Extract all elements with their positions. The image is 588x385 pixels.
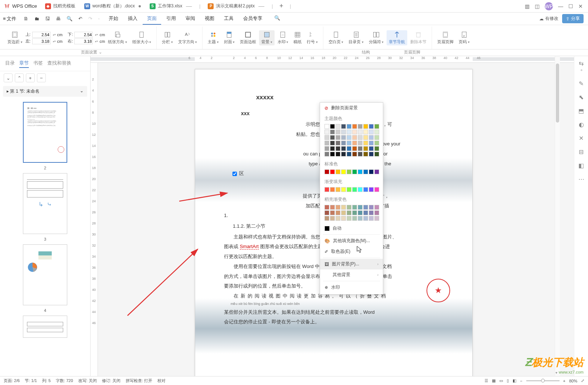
color-swatch[interactable]: [330, 169, 335, 174]
color-swatch[interactable]: [336, 216, 340, 221]
section-header[interactable]: ▸ 第 1 节: 未命名 ⌄: [3, 86, 87, 97]
color-swatch[interactable]: [336, 141, 340, 145]
manuscript-button[interactable]: 稿纸: [291, 30, 304, 45]
color-swatch[interactable]: [336, 124, 340, 129]
page-border-button[interactable]: 页面边框: [238, 30, 258, 45]
color-swatch[interactable]: [358, 146, 363, 151]
blank-page-button[interactable]: 空白页: [326, 30, 346, 45]
add-button[interactable]: +: [26, 73, 35, 82]
margin-top-input[interactable]: [32, 32, 51, 38]
color-swatch[interactable]: [358, 205, 363, 210]
thumbnail-page-4[interactable]: [23, 244, 67, 305]
color-swatch[interactable]: [330, 187, 335, 192]
tab-template[interactable]: ◆ 找稻壳模板: [41, 1, 80, 12]
delete-section-button[interactable]: 删除本节: [408, 30, 429, 45]
paragraph[interactable]: 会记住您的停止位置 - 即使在另一个设备上。: [224, 317, 443, 327]
checkbox-input[interactable]: [232, 172, 237, 176]
tab-insert[interactable]: 插入: [123, 13, 142, 25]
color-swatch[interactable]: [330, 146, 335, 151]
view-mode-icon[interactable]: ▯: [507, 378, 509, 383]
color-swatch[interactable]: [358, 141, 363, 145]
color-swatch[interactable]: [324, 216, 329, 221]
color-swatch[interactable]: [352, 141, 357, 145]
color-swatch[interactable]: [369, 216, 374, 221]
color-swatch[interactable]: [347, 141, 351, 145]
close-button[interactable]: ✕: [578, 3, 583, 9]
thumbnail-page-3[interactable]: ↳⤷: [23, 173, 67, 234]
image-bg-item[interactable]: 🖼 图片背景(P)... ›: [320, 259, 383, 269]
color-swatch[interactable]: [363, 216, 368, 221]
color-swatch[interactable]: [369, 210, 374, 215]
color-swatch[interactable]: [330, 210, 335, 215]
minimize-icon[interactable]: —: [186, 3, 192, 10]
color-swatch[interactable]: [341, 130, 346, 134]
delete-bg-item[interactable]: ⊘ 删除页面背景: [320, 103, 383, 113]
color-swatch[interactable]: [363, 146, 368, 151]
zoom-out-button[interactable]: −: [520, 379, 522, 383]
color-swatch[interactable]: [324, 146, 329, 151]
horizontal-ruler[interactable]: 6422468101214161820222426283032343638404…: [91, 56, 574, 63]
color-swatch[interactable]: [363, 141, 368, 145]
color-swatch[interactable]: [374, 216, 379, 221]
color-swatch[interactable]: [374, 205, 379, 210]
zoom-slider[interactable]: [526, 380, 560, 381]
color-swatch[interactable]: [330, 152, 335, 157]
file-menu[interactable]: ≡文件: [0, 16, 19, 22]
color-swatch[interactable]: [374, 210, 379, 215]
toc-page-button[interactable]: 目录页: [346, 30, 366, 45]
view-mode-icon[interactable]: ◧: [513, 378, 516, 383]
print-icon[interactable]: 🖶: [54, 14, 63, 23]
color-swatch[interactable]: [369, 146, 374, 151]
color-swatch[interactable]: [358, 169, 363, 174]
color-swatch[interactable]: [352, 187, 357, 192]
thumbnail-page-2[interactable]: 第一章 xxx 主题和样式也有助于文档保持协调当您单击设计并选择新的主题时图片图…: [23, 102, 67, 163]
color-swatch[interactable]: [336, 187, 340, 192]
tab-page[interactable]: 页面: [143, 13, 161, 25]
other-bg-item[interactable]: 其他背景 ›: [320, 269, 383, 280]
color-swatch[interactable]: [369, 141, 374, 145]
color-swatch[interactable]: [324, 169, 329, 174]
color-swatch[interactable]: [369, 152, 374, 157]
doc-title[interactable]: 1. 第一部分xxxxx: [224, 92, 443, 103]
color-picker-item[interactable]: ✐ 取色器(E): [320, 246, 383, 257]
color-swatch[interactable]: [330, 124, 335, 129]
color-swatch[interactable]: [347, 146, 351, 151]
color-swatch[interactable]: [352, 152, 357, 157]
color-swatch[interactable]: [336, 152, 340, 157]
cursor-select-icon[interactable]: ⬉: [579, 94, 584, 101]
color-swatch[interactable]: [363, 169, 368, 174]
status-section[interactable]: 节: 1/1: [25, 378, 37, 384]
thumbnail-page-5[interactable]: [23, 316, 67, 338]
color-swatch[interactable]: [352, 124, 357, 129]
zoom-in-button[interactable]: +: [563, 379, 565, 383]
vertical-ruler[interactable]: 2468101214161820222426283032343638404244…: [91, 63, 98, 376]
lock-icon[interactable]: ⊟: [579, 148, 584, 155]
color-swatch[interactable]: [341, 152, 346, 157]
color-swatch[interactable]: [330, 141, 335, 145]
color-swatch[interactable]: [324, 152, 329, 157]
smartart-text[interactable]: SmartArt: [240, 244, 259, 250]
up-button[interactable]: ⌃: [15, 73, 24, 82]
status-page[interactable]: 页面: 2/6: [4, 378, 20, 384]
search-icon[interactable]: 🔍: [268, 13, 285, 25]
color-swatch[interactable]: [336, 135, 340, 140]
color-swatch[interactable]: [347, 187, 351, 192]
color-swatch[interactable]: [324, 124, 329, 129]
nav-tab-chapters[interactable]: 章节: [19, 59, 29, 68]
color-swatch[interactable]: [374, 169, 379, 174]
tab-doc-word[interactable]: W word教程（新）.docx: [80, 1, 145, 12]
columns-button[interactable]: 分栏: [160, 30, 175, 45]
status-revision[interactable]: 修订: 关闭: [102, 378, 120, 384]
status-track[interactable]: 改写: 关闭: [78, 378, 97, 384]
settings-toggle-icon[interactable]: ⇆ ◦: [579, 60, 584, 73]
open-icon[interactable]: 🖿: [32, 14, 41, 23]
color-swatch[interactable]: [352, 205, 357, 210]
color-swatch[interactable]: [374, 135, 379, 140]
pen-icon[interactable]: ✎: [579, 80, 584, 87]
redo-icon[interactable]: ↷: [86, 14, 95, 23]
margin-right-input[interactable]: [74, 38, 93, 44]
maximize-button[interactable]: ☐: [568, 3, 573, 9]
tools-icon[interactable]: ✕: [579, 135, 584, 142]
share-button[interactable]: ⇪ 分享: [562, 14, 584, 23]
color-swatch[interactable]: [374, 141, 379, 145]
